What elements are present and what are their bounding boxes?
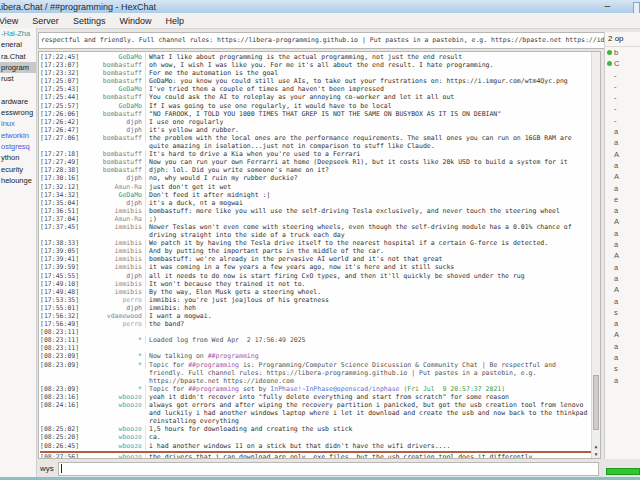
user-list-item[interactable]: - <box>605 81 640 92</box>
topic-input[interactable]: respectful and friendly. Full channel ru… <box>38 32 605 49</box>
nick[interactable]: djph <box>84 118 146 126</box>
user-list-item[interactable]: a <box>605 183 640 194</box>
user-list-item[interactable]: a <box>605 375 640 386</box>
channel-tab[interactable]: etworkin <box>0 130 36 141</box>
titlebar[interactable]: Libera.Chat / ##programming - HexChat – <box>0 0 640 14</box>
user-list-item[interactable]: a <box>605 273 640 284</box>
user-list-item[interactable]: A <box>605 216 640 227</box>
scroll-up-icon[interactable]: ▲ <box>592 442 600 450</box>
nick[interactable]: wbooze <box>84 433 146 441</box>
nick[interactable]: bombastuff <box>84 166 146 174</box>
nick[interactable]: immibis <box>84 288 146 296</box>
scroll-down-icon[interactable]: ▼ <box>592 450 600 458</box>
user-list-item[interactable]: a <box>605 160 640 171</box>
nick[interactable]: wbooze <box>84 401 146 409</box>
user-list-item[interactable]: a <box>605 352 640 363</box>
user-list-item[interactable]: a <box>605 228 640 239</box>
channel-tab[interactable]: eneral <box>0 39 36 50</box>
minimize-button[interactable]: – <box>604 0 610 11</box>
user-list-item[interactable]: e <box>605 194 640 205</box>
user-list-item[interactable]: a <box>605 318 640 329</box>
user-list-item[interactable]: A <box>605 284 640 295</box>
scrollbar-thumb[interactable] <box>593 375 599 430</box>
nick[interactable]: vdamewood <box>84 312 146 320</box>
user-list-item[interactable]: - <box>605 92 640 103</box>
nick[interactable]: bombastuff <box>84 110 146 118</box>
nick[interactable]: * <box>84 352 146 360</box>
nick[interactable]: immibis <box>84 239 146 247</box>
nick[interactable]: bombastuff <box>84 61 146 69</box>
user-list-item[interactable]: - <box>605 115 640 126</box>
nick[interactable]: perro <box>84 320 146 328</box>
nick[interactable]: djph <box>84 272 146 280</box>
message-input[interactable] <box>58 462 599 476</box>
nick[interactable]: bombastuff <box>84 134 146 142</box>
user-list-item[interactable]: - <box>605 70 640 81</box>
nick[interactable]: djph <box>84 126 146 134</box>
channel-tab[interactable]: ostgresq <box>0 141 36 152</box>
channel-tab[interactable]: inux <box>0 118 36 129</box>
nick[interactable]: GeDaMo <box>84 102 146 110</box>
channel-tab[interactable]: program <box>0 62 36 73</box>
channel-tab[interactable]: ardware <box>0 96 36 107</box>
channel-tab[interactable]: esswrong <box>0 107 36 118</box>
nick[interactable]: djph <box>84 304 146 312</box>
channel-tab[interactable]: helounge <box>0 175 36 186</box>
nick[interactable]: bombastuff <box>84 150 146 158</box>
nick[interactable]: djph <box>84 174 146 182</box>
nick[interactable]: immibis <box>84 280 146 288</box>
nick[interactable]: GeDaMo <box>84 85 146 93</box>
user-list-item[interactable]: a <box>605 296 640 307</box>
nick[interactable]: immibis <box>84 223 146 231</box>
user-list-item[interactable]: a <box>605 137 640 148</box>
user-list-item[interactable]: a <box>605 126 640 137</box>
nick[interactable]: djph <box>84 199 146 207</box>
user-list-item[interactable]: a <box>605 205 640 216</box>
nick[interactable]: bombastuff <box>84 158 146 166</box>
nick[interactable]: wbooze <box>84 453 146 459</box>
nick[interactable]: immibis <box>84 207 146 215</box>
menu-help[interactable]: Help <box>158 15 191 27</box>
nick[interactable]: wbooze <box>84 442 146 450</box>
nick[interactable]: Amun-Ra <box>84 215 146 223</box>
nick[interactable]: * <box>84 385 146 393</box>
nick[interactable]: immibis <box>84 255 146 263</box>
channel-tab[interactable]: ecurity <box>0 164 36 175</box>
nick[interactable]: bombastuff <box>84 93 146 101</box>
user-list-item[interactable]: a <box>605 262 640 273</box>
user-list-item[interactable]: A <box>605 329 640 340</box>
nick[interactable]: immibis <box>84 247 146 255</box>
nick[interactable]: wbooze <box>84 393 146 401</box>
menu-server[interactable]: Server <box>25 15 66 27</box>
channel-tab[interactable]: ython <box>0 152 36 163</box>
channel-tab[interactable]: -Hal-Zha <box>0 28 36 39</box>
channel-tab[interactable]: ra.Chat <box>0 51 36 62</box>
nick[interactable]: immibis <box>84 263 146 271</box>
channel-tab[interactable]: rust <box>0 73 36 84</box>
nick[interactable]: * <box>84 336 146 344</box>
nick[interactable]: perro <box>84 296 146 304</box>
timestamp: [08:25:02] <box>40 425 84 433</box>
user-list-item[interactable]: s <box>605 307 640 318</box>
menu-window[interactable]: Window <box>112 15 158 27</box>
user-list-item[interactable]: a <box>605 341 640 352</box>
nick[interactable]: GeDaMo <box>84 191 146 199</box>
chat-scrollbar[interactable]: ▲ ▼ <box>591 52 600 458</box>
user-list-item[interactable]: A <box>605 149 640 160</box>
user-list-item[interactable]: A <box>605 171 640 182</box>
message-text: Now you can run your own Ferrarri at hom… <box>146 158 591 166</box>
nick[interactable]: * <box>84 361 146 369</box>
nick[interactable]: wbooze <box>84 425 146 433</box>
nick[interactable]: GeDaMo <box>84 53 146 61</box>
menu-settings[interactable]: Settings <box>66 15 113 27</box>
nick[interactable]: Amun-Ra <box>84 183 146 191</box>
user-list-item[interactable]: a <box>605 239 640 250</box>
user-list-item[interactable]: - <box>605 103 640 114</box>
user-list-item[interactable]: b <box>605 47 640 58</box>
user-list-item[interactable]: s <box>605 363 640 374</box>
nick[interactable]: bombastuff <box>84 77 146 85</box>
menu-view[interactable]: View <box>0 15 25 27</box>
user-list-item[interactable]: A <box>605 250 640 261</box>
user-list-item[interactable]: C <box>605 58 640 69</box>
nick[interactable]: bombastuff <box>84 69 146 77</box>
